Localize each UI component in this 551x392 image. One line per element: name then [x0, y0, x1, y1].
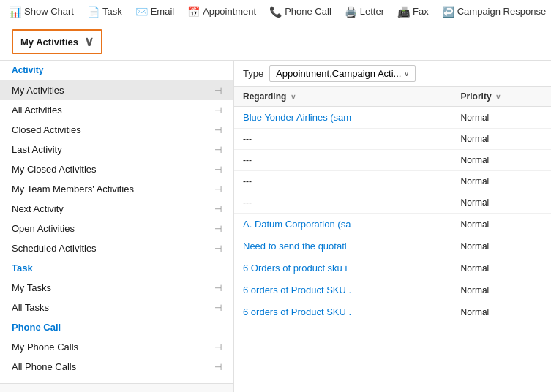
sort-icon-priority: ∨ — [495, 93, 501, 101]
filter-row: Type Appointment,Campaign Acti... ∨ — [234, 61, 551, 87]
list-item-label: Open Activities — [12, 223, 75, 234]
table-row: A. Datum Corporation (saNormal — [234, 214, 551, 235]
campaign-response-icon: ↩️ — [442, 6, 454, 18]
title-dropdown-button[interactable]: My Activities ∨ — [12, 29, 102, 54]
cell-regarding[interactable]: Need to send the quotati — [234, 235, 452, 257]
toolbar-btn-phone-call[interactable]: 📞Phone Call — [263, 3, 337, 20]
appointment-label: Appointment — [203, 6, 256, 17]
dropdown-list-item[interactable]: Last Activity⊣ — [0, 140, 233, 159]
regarding-link[interactable]: 6 orders of Product SKU . — [243, 284, 351, 295]
pin-icon: ⊣ — [214, 145, 222, 155]
appointment-icon: 📅 — [187, 6, 200, 18]
pin-icon: ⊣ — [214, 303, 222, 313]
regarding-link[interactable]: Blue Yonder Airlines (sam — [243, 112, 351, 123]
pin-icon: ⊣ — [214, 224, 222, 234]
dropdown-list-item[interactable]: Next Activity⊣ — [0, 199, 233, 219]
phone-call-icon: 📞 — [269, 6, 282, 18]
cell-priority: Normal — [452, 107, 551, 129]
dropdown-list-item[interactable]: All Tasks⊣ — [0, 298, 233, 317]
dropdown-scrollbar[interactable] — [0, 383, 233, 392]
cell-priority: Normal — [452, 257, 551, 279]
toolbar-btn-task[interactable]: 📄Task — [81, 3, 128, 20]
table-header-row: Regarding ∨ Priority ∨ — [234, 87, 551, 107]
list-item-label: Closed Activities — [12, 124, 81, 135]
type-filter-label: Type — [243, 68, 263, 79]
regarding-link[interactable]: 6 Orders of product sku i — [243, 263, 347, 274]
cell-regarding[interactable]: 6 orders of Product SKU . — [234, 301, 452, 323]
dropdown-list-item[interactable]: Scheduled Activities⊣ — [0, 238, 233, 258]
table-row: 6 Orders of product sku iNormal — [234, 257, 551, 279]
list-item-label: All Phone Calls — [12, 361, 76, 372]
main-area: My Activities ∨ Activity My Activities⊣A… — [0, 23, 551, 392]
cell-priority: Normal — [452, 279, 551, 301]
list-item-label: My Tasks — [12, 282, 51, 293]
cell-regarding: --- — [234, 129, 452, 150]
regarding-link[interactable]: Need to send the quotati — [243, 241, 347, 252]
dropdown-list: My Activities⊣All Activities⊣Closed Acti… — [0, 80, 233, 383]
table-row: ---Normal — [234, 150, 551, 171]
pin-icon: ⊣ — [214, 86, 222, 96]
table-row: ---Normal — [234, 171, 551, 192]
pin-icon: ⊣ — [214, 184, 222, 195]
toolbar-btn-show-chart[interactable]: 📊Show Chart — [3, 3, 80, 20]
list-item-label: Next Activity — [12, 203, 64, 214]
dropdown-list-item[interactable]: Closed Activities⊣ — [0, 120, 233, 140]
type-filter-value: Appointment,Campaign Acti... — [276, 68, 401, 79]
toolbar-btn-email[interactable]: ✉️Email — [130, 3, 181, 20]
email-label: Email — [151, 6, 175, 17]
dropdown-arrow-icon: ∨ — [404, 69, 409, 78]
pin-icon: ⊣ — [214, 105, 222, 116]
toolbar-btn-appointment[interactable]: 📅Appointment — [181, 3, 262, 20]
table-row: 6 orders of Product SKU .Normal — [234, 279, 551, 301]
list-item-label: Scheduled Activities — [12, 243, 97, 254]
cell-regarding[interactable]: A. Datum Corporation (sa — [234, 214, 452, 235]
pin-icon: ⊣ — [214, 204, 222, 214]
content-row: Activity My Activities⊣All Activities⊣Cl… — [0, 61, 551, 392]
dropdown-panel: Activity My Activities⊣All Activities⊣Cl… — [0, 61, 234, 392]
dropdown-list-item[interactable]: My Team Members' Activities⊣ — [0, 179, 233, 199]
regarding-link[interactable]: A. Datum Corporation (sa — [243, 219, 351, 230]
dropdown-list-item[interactable]: All Phone Calls⊣ — [0, 357, 233, 377]
task-icon: 📄 — [87, 6, 100, 18]
pin-icon: ⊣ — [214, 362, 222, 372]
table-container[interactable]: Regarding ∨ Priority ∨ Blue Yonder Airli… — [234, 87, 551, 392]
dropdown-list-item[interactable]: My Tasks⊣ — [0, 278, 233, 298]
cell-regarding: --- — [234, 192, 452, 214]
cell-priority: Normal — [452, 192, 551, 214]
task-section-header: Task — [0, 258, 233, 278]
sort-icon-regarding: ∨ — [291, 93, 296, 101]
dropdown-list-item[interactable]: My Phone Calls⊣ — [0, 337, 233, 357]
cell-regarding[interactable]: 6 orders of Product SKU . — [234, 279, 452, 301]
type-filter-dropdown[interactable]: Appointment,Campaign Acti... ∨ — [269, 65, 416, 82]
pin-icon: ⊣ — [214, 342, 222, 353]
cell-regarding[interactable]: 6 Orders of product sku i — [234, 257, 452, 279]
dropdown-list-item[interactable]: All Activities⊣ — [0, 100, 233, 120]
header-row: My Activities ∨ — [0, 23, 551, 61]
letter-icon: 🖨️ — [345, 6, 357, 18]
activity-section-header: Activity — [0, 61, 233, 80]
cell-regarding[interactable]: Blue Yonder Airlines (sam — [234, 107, 452, 129]
table-row: Need to send the quotatiNormal — [234, 235, 551, 257]
toolbar-btn-fax[interactable]: 📠Fax — [391, 3, 435, 20]
col-regarding[interactable]: Regarding ∨ — [234, 87, 452, 107]
regarding-link[interactable]: 6 orders of Product SKU . — [243, 306, 351, 317]
list-item-label: My Team Members' Activities — [12, 184, 134, 195]
letter-label: Letter — [360, 6, 384, 17]
table-body: Blue Yonder Airlines (samNormal---Normal… — [234, 107, 551, 323]
dropdown-list-item[interactable]: Open Activities⊣ — [0, 219, 233, 238]
dropdown-list-item[interactable]: My Closed Activities⊣ — [0, 159, 233, 179]
phone-call-section-header: Phone Call — [0, 317, 233, 337]
task-label: Task — [102, 6, 122, 17]
pin-icon: ⊣ — [214, 165, 222, 175]
col-priority[interactable]: Priority ∨ — [452, 87, 551, 107]
cell-priority: Normal — [452, 129, 551, 150]
dropdown-list-item[interactable]: My Activities⊣ — [0, 80, 233, 100]
list-item-label: My Activities — [12, 85, 64, 96]
show-chart-icon: 📊 — [9, 6, 21, 18]
campaign-response-label: Campaign Response — [457, 6, 546, 17]
fax-label: Fax — [413, 6, 429, 17]
fax-icon: 📠 — [397, 6, 410, 18]
toolbar-btn-campaign-response[interactable]: ↩️Campaign Response — [436, 3, 551, 20]
table-row: 6 orders of Product SKU .Normal — [234, 301, 551, 323]
toolbar-btn-letter[interactable]: 🖨️Letter — [339, 3, 390, 20]
